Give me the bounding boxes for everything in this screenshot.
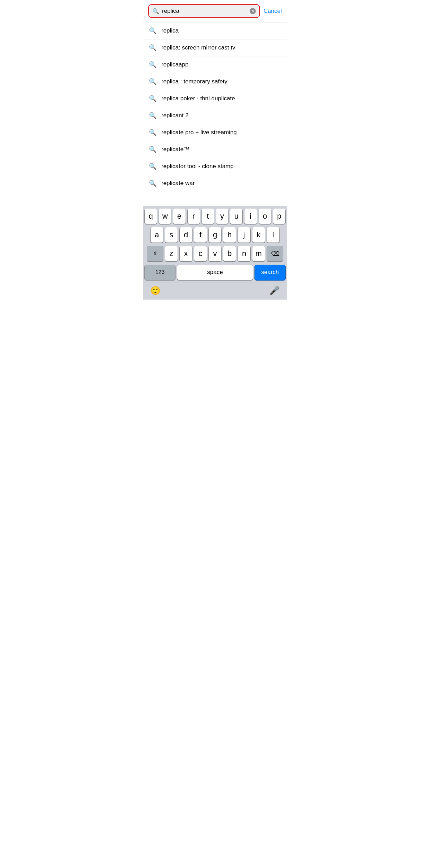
search-input[interactable]: [162, 8, 247, 15]
keyboard-row-1: qwertyuiop: [143, 209, 287, 224]
numbers-key[interactable]: 123: [145, 265, 175, 280]
list-item[interactable]: 🔍 replica : temporary safety: [143, 73, 287, 90]
search-icon: 🔍: [149, 27, 156, 35]
key-i[interactable]: i: [244, 209, 257, 224]
search-icon: 🔍: [149, 44, 156, 52]
search-icon: 🔍: [149, 112, 156, 119]
suggestion-text: replicate™: [161, 146, 189, 153]
key-o[interactable]: o: [259, 209, 271, 224]
key-c[interactable]: c: [194, 246, 207, 261]
keyboard-row-2: asdfghjkl: [143, 227, 287, 243]
key-w[interactable]: w: [159, 209, 171, 224]
key-p[interactable]: p: [273, 209, 285, 224]
search-key[interactable]: search: [255, 265, 285, 280]
emoji-icon[interactable]: 🙂: [150, 286, 161, 295]
key-j[interactable]: j: [238, 227, 250, 243]
suggestion-text: replica poker - thnl duplicate: [161, 95, 235, 102]
key-h[interactable]: h: [223, 227, 236, 243]
search-icon: 🔍: [149, 129, 156, 136]
search-icon: 🔍: [149, 180, 156, 187]
search-icon: 🔍: [149, 61, 156, 68]
list-item[interactable]: 🔍 replicate pro + live streaming: [143, 124, 287, 141]
key-y[interactable]: y: [216, 209, 228, 224]
key-s[interactable]: s: [165, 227, 178, 243]
suggestion-text: replicaapp: [161, 61, 188, 68]
key-d[interactable]: d: [180, 227, 192, 243]
microphone-icon[interactable]: 🎤: [269, 286, 280, 295]
list-item[interactable]: 🔍 replicate war: [143, 175, 287, 192]
key-z[interactable]: z: [165, 246, 178, 261]
shift-key[interactable]: ⇧: [147, 246, 163, 261]
suggestions-list: 🔍 replica 🔍 replica: screen mirror cast …: [143, 22, 287, 192]
search-icon: 🔍: [152, 8, 159, 15]
key-x[interactable]: x: [180, 246, 192, 261]
search-icon: 🔍: [149, 78, 156, 85]
suggestion-text: replica : temporary safety: [161, 78, 227, 85]
search-bar-container: 🔍 Cancel: [143, 0, 287, 22]
suggestion-text: replicate pro + live streaming: [161, 129, 237, 136]
key-t[interactable]: t: [202, 209, 214, 224]
key-e[interactable]: e: [173, 209, 185, 224]
search-input-wrapper: 🔍: [148, 4, 260, 18]
key-m[interactable]: m: [252, 246, 265, 261]
keyboard-bottom-row: 123 space search: [143, 265, 287, 283]
key-u[interactable]: u: [230, 209, 242, 224]
list-item[interactable]: 🔍 replica: screen mirror cast tv: [143, 39, 287, 56]
suggestion-text: replica: [161, 27, 179, 34]
key-k[interactable]: k: [252, 227, 265, 243]
key-v[interactable]: v: [209, 246, 221, 261]
suggestion-text: replica: screen mirror cast tv: [161, 44, 235, 51]
list-item[interactable]: 🔍 replicate™: [143, 141, 287, 158]
space-key[interactable]: space: [177, 265, 253, 280]
key-b[interactable]: b: [223, 246, 236, 261]
keyboard-row-3: ⇧ zxcvbnm⌫: [143, 246, 287, 261]
suggestion-text: replicator tool - clone stamp: [161, 163, 234, 170]
search-icon: 🔍: [149, 163, 156, 170]
key-l[interactable]: l: [267, 227, 279, 243]
list-item[interactable]: 🔍 replicaapp: [143, 56, 287, 73]
key-f[interactable]: f: [194, 227, 207, 243]
list-item[interactable]: 🔍 replicator tool - clone stamp: [143, 158, 287, 175]
key-a[interactable]: a: [151, 227, 163, 243]
list-item[interactable]: 🔍 replica poker - thnl duplicate: [143, 90, 287, 107]
keyboard-emoji-row: 🙂 🎤: [143, 283, 287, 300]
key-r[interactable]: r: [188, 209, 200, 224]
delete-key[interactable]: ⌫: [267, 246, 283, 261]
list-item[interactable]: 🔍 replica: [143, 22, 287, 39]
key-n[interactable]: n: [238, 246, 250, 261]
key-q[interactable]: q: [145, 209, 157, 224]
search-icon: 🔍: [149, 95, 156, 102]
list-item[interactable]: 🔍 replicant 2: [143, 107, 287, 124]
suggestion-text: replicant 2: [161, 112, 188, 119]
clear-button[interactable]: [250, 8, 256, 14]
suggestion-text: replicate war: [161, 180, 195, 187]
key-g[interactable]: g: [209, 227, 221, 243]
delete-icon: ⌫: [271, 250, 279, 257]
search-icon: 🔍: [149, 146, 156, 153]
cancel-button[interactable]: Cancel: [263, 8, 282, 15]
keyboard: qwertyuiop asdfghjkl ⇧ zxcvbnm⌫ 123 spac…: [143, 206, 287, 300]
